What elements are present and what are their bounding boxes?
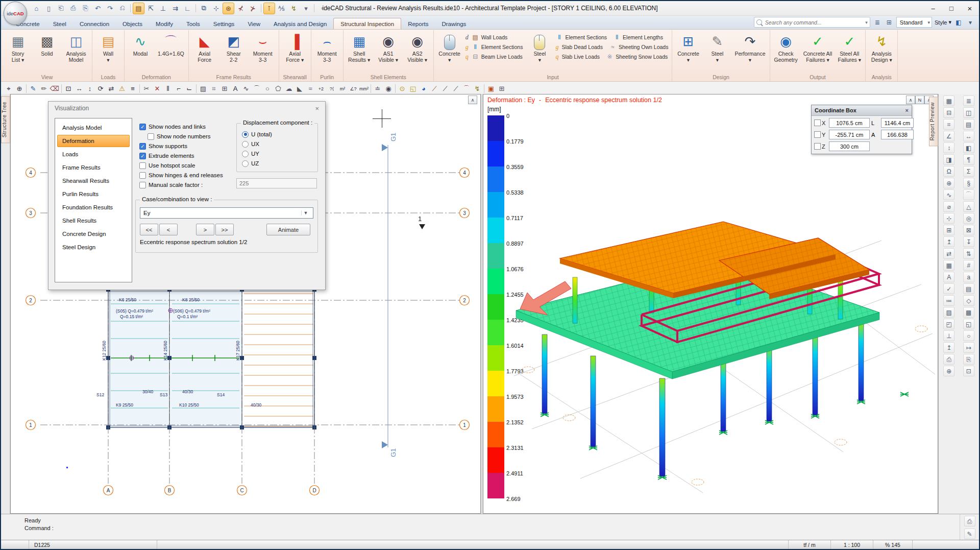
chamfer-icon[interactable]: ⌙ (184, 84, 194, 94)
diag-q-icon[interactable]: ⟋ (451, 84, 461, 94)
viz-category-concrete-design[interactable]: Concrete Design (57, 228, 130, 240)
tab-reports[interactable]: Reports (401, 18, 435, 29)
ribbon-button-as2-visible[interactable]: ◉AS2Visible ▾ (403, 31, 432, 64)
status-scale[interactable]: 1 : 100 (831, 540, 873, 549)
wall-loads-item[interactable]: d▤Wall Loads (465, 34, 508, 41)
view-collapse-button[interactable]: ∧ (906, 95, 915, 104)
manual-scale-input[interactable] (236, 178, 317, 188)
command-prompt[interactable]: Command : (24, 524, 960, 532)
maximize-button[interactable]: □ (942, 2, 961, 15)
coord-z-field[interactable]: 300 cm (829, 141, 870, 151)
materials-icon[interactable]: Ω (943, 166, 954, 177)
fill-icon[interactable]: ◕ (419, 84, 429, 94)
visibility-icon[interactable]: ◉ (383, 84, 394, 94)
redo-icon[interactable]: ↷ (104, 3, 116, 14)
slab-icon[interactable]: ⌗ (209, 84, 219, 94)
dialog-titlebar[interactable]: Visualization× (48, 102, 325, 115)
parallel-snap-icon[interactable]: ⇉ (169, 3, 181, 14)
qat-more-icon[interactable]: ▾ (300, 3, 312, 14)
combination-icon[interactable]: ⊕ (943, 178, 954, 188)
move-icon[interactable]: ↔ (74, 84, 84, 94)
structure-tree-tab[interactable]: Structure Tree (1, 96, 10, 143)
checkbox-icon[interactable] (139, 172, 146, 179)
viewport-3d-pane[interactable]: Deformation : Ey-Eccentric response spec… (483, 94, 938, 514)
text-icon[interactable]: A (230, 84, 240, 94)
frame-icon[interactable]: ◰ (943, 319, 954, 329)
viz-category-foundation-results[interactable]: Foundation Results (57, 201, 130, 213)
spline-icon[interactable]: ∿ (241, 84, 251, 94)
ribbon-button-moment-3-3[interactable]: ⌣Moment3-3 (249, 31, 277, 64)
search-dropdown-icon[interactable]: ▾ (865, 20, 868, 25)
standard-combo[interactable]: Standard▾ (896, 17, 932, 28)
undo-icon[interactable]: ↶ (92, 3, 104, 14)
select-box-icon[interactable]: ⊡ (63, 84, 74, 94)
sheeting-snow-loads-item[interactable]: ※Sheeting Snow Loads (606, 53, 668, 60)
eraser-icon[interactable]: ⌫ (50, 84, 60, 94)
wave-icon[interactable]: ≈ (305, 84, 315, 94)
ribbon-button-solid[interactable]: ▩Solid (33, 31, 61, 64)
idecad-logo-icon[interactable]: ideCAD (4, 2, 27, 25)
checkbox-icon[interactable] (139, 162, 146, 169)
node-icon[interactable]: ⊹ (943, 213, 954, 224)
diameter-icon[interactable]: ⌀ (943, 201, 954, 212)
steel-element-sections-item[interactable]: ⅡElement Sections (555, 34, 607, 41)
section-cut-icon[interactable]: ◧ (963, 142, 974, 153)
coordinate-box-close-icon[interactable]: × (905, 107, 909, 113)
beam-live-loads-item[interactable]: q⊟Beam Live Loads (465, 53, 523, 61)
first-case-button[interactable]: << (140, 224, 158, 235)
tab-analysis-and-design[interactable]: Analysis and Design (267, 18, 333, 29)
option-use-hotspot-scale[interactable]: Use hotspot scale (139, 161, 223, 170)
warning-icon[interactable]: ⚠ (117, 84, 127, 94)
tab-settings[interactable]: Settings (207, 18, 241, 29)
ribbon-button-concrete-all-failures[interactable]: ✓Concrete AllFailures ▾ (801, 31, 835, 64)
tab-tools[interactable]: Tools (180, 18, 207, 29)
rotate-icon[interactable]: ⟳ (95, 84, 106, 94)
zoom-panel-icon[interactable]: ⊕ (943, 366, 954, 376)
fillet-icon[interactable]: ⌐ (174, 84, 184, 94)
open-icon[interactable]: ⎗ (55, 3, 67, 14)
stirrup-icon[interactable]: ◇ (963, 295, 974, 306)
select-arrow-icon[interactable]: ⇱ (145, 3, 157, 14)
ribbon-collapse-icon[interactable]: ⹀ (316, 3, 328, 14)
coord-l-field[interactable]: 1146.4 cm (881, 118, 914, 128)
minimize-button[interactable]: – (924, 2, 942, 15)
ribbon-button-check-geometry[interactable]: ◉CheckGeometry (772, 31, 800, 64)
option-extrude-elements[interactable]: ✓Extrude elements (139, 151, 223, 160)
align-icon[interactable]: ≡ (128, 84, 138, 94)
ribbon-button-modal[interactable]: ∿Modal (126, 31, 155, 64)
perpendicular-snap-icon[interactable]: ⊥ (157, 3, 169, 14)
ribbon-button-shell-results[interactable]: ▦ShellResults ▾ (345, 31, 374, 64)
option-manual-scale-factor[interactable]: Manual scale factor : (139, 180, 223, 189)
grid-icon[interactable]: ⊞ (219, 84, 230, 94)
hash-icon[interactable]: # (963, 260, 974, 271)
animate-button[interactable]: Animate (266, 224, 310, 235)
command-search-box[interactable]: ▾ (754, 17, 870, 28)
diag-a-icon[interactable]: ⟋ (429, 84, 439, 94)
ribbon-button-wall[interactable]: ▤Wall▾ (94, 31, 122, 64)
close-button[interactable]: × (961, 2, 979, 15)
coord-x-field[interactable]: 1076.5 cm (829, 118, 870, 128)
shell-icon[interactable]: ◱ (963, 319, 974, 329)
ribbon-button-steel[interactable]: ✎Steel▾ (703, 31, 731, 64)
report-page-icon[interactable]: ⎙ (964, 516, 975, 527)
ribbon-button-moment-3-3[interactable]: ⌢Moment3-3 (313, 31, 341, 64)
ribbon-button-shear-2-2[interactable]: ◩Shear2-2 (219, 31, 248, 64)
trim-icon[interactable]: ✂ (141, 84, 152, 94)
target-icon[interactable]: ◎ (963, 213, 974, 224)
boundary-icon[interactable]: ◱ (408, 84, 418, 94)
ribbon-button-analysis-design[interactable]: ↯AnalysisDesign ▾ (867, 31, 896, 64)
ribbon-button-steel-all-failures[interactable]: ✓Steel AllFailures ▾ (835, 31, 864, 64)
report-doc-icon[interactable]: ¶ (963, 154, 974, 165)
grid-snap-icon[interactable]: ⧉ (198, 3, 210, 14)
viz-category-shell-results[interactable]: Shell Results (57, 214, 130, 227)
coordinate-box-titlebar[interactable]: Coordinate Box× (812, 105, 912, 116)
status-zoom[interactable]: % 145 (873, 540, 913, 549)
grid-view-icon[interactable]: ▦ (943, 260, 954, 271)
save-all-icon[interactable]: ⎘ (80, 3, 91, 14)
viz-category-shearwall-results[interactable]: Shearwall Results (57, 175, 130, 187)
report-preview-tab[interactable]: Report Preview (929, 97, 938, 146)
radio-icon[interactable] (242, 141, 249, 148)
ribbon-button-axial-force[interactable]: ◣AxialForce (190, 31, 219, 64)
slope-icon[interactable]: ◣ (295, 84, 305, 94)
hatch-icon[interactable]: ▨ (198, 84, 208, 94)
